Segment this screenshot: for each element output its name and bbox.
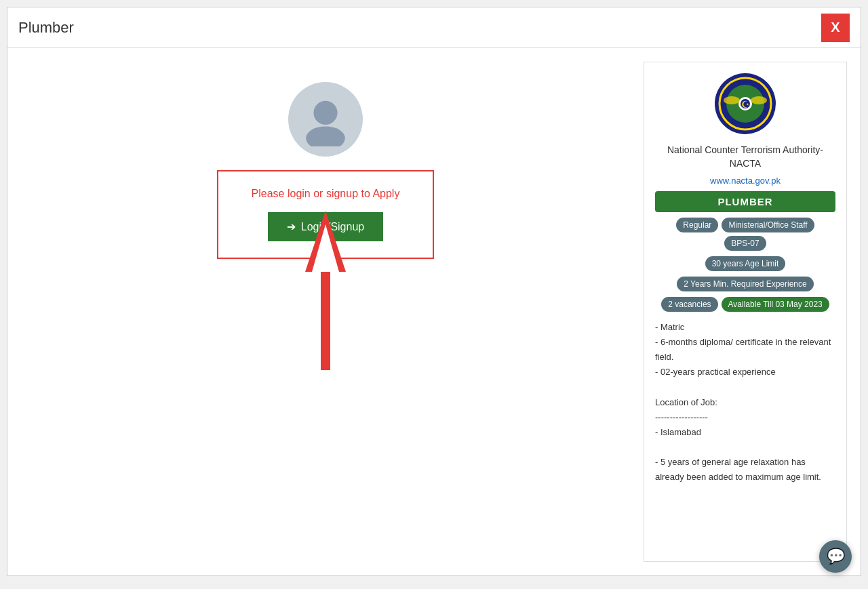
job-title-badge: PLUMBER (655, 191, 835, 212)
arrow-indicator (305, 211, 346, 376)
tag-bps: BPS-07 (724, 236, 766, 251)
main-section: Please login or signup to Apply ➔ Login/… (21, 62, 630, 562)
svg-text:☪: ☪ (741, 99, 750, 110)
up-arrow-icon (305, 211, 346, 373)
login-icon: ➔ (287, 220, 296, 233)
svg-point-10 (724, 96, 740, 104)
content-area: Please login or signup to Apply ➔ Login/… (7, 48, 861, 575)
tag-vacancies: 2 vacancies (661, 297, 717, 312)
login-prompt: Please login or signup to Apply (240, 188, 411, 200)
tags-row-4: 2 vacancies Available Till 03 May 2023 (655, 297, 835, 312)
svg-point-0 (313, 101, 337, 125)
chat-button[interactable]: 💬 (819, 540, 852, 573)
job-details-sidebar: ☪ National Counter Terrorism Authority- … (644, 62, 847, 562)
tag-ministerial: Ministerial/Office Staff (722, 218, 814, 232)
tags-row-1: Regular Ministerial/Office Staff BPS-07 (655, 218, 835, 251)
page-title: Plumber (18, 19, 74, 37)
svg-point-11 (751, 96, 767, 104)
tag-age-limit: 30 years Age Limit (705, 256, 786, 271)
tags-row-2: 30 years Age Limit (655, 256, 835, 271)
chat-icon: 💬 (827, 548, 845, 565)
org-logo: ☪ (715, 73, 776, 134)
org-logo-icon: ☪ (718, 77, 772, 131)
tag-available-till: Available Till 03 May 2023 (722, 297, 829, 312)
header-bar: Plumber X (7, 7, 861, 48)
avatar (288, 82, 363, 157)
avatar-icon (298, 92, 353, 146)
close-button[interactable]: X (821, 14, 850, 42)
main-container: Plumber X Please login or signup to Appl… (7, 7, 861, 576)
tag-regular: Regular (676, 218, 718, 232)
tag-experience: 2 Years Min. Required Experience (677, 277, 813, 291)
svg-rect-2 (321, 265, 330, 370)
org-link[interactable]: www.nacta.gov.pk (710, 176, 781, 186)
org-name: National Counter Terrorism Authority- NA… (655, 144, 835, 170)
job-description: - Matric - 6-months diploma/ certificate… (655, 320, 835, 485)
tags-row-3: 2 Years Min. Required Experience (655, 277, 835, 291)
svg-point-1 (306, 126, 345, 146)
